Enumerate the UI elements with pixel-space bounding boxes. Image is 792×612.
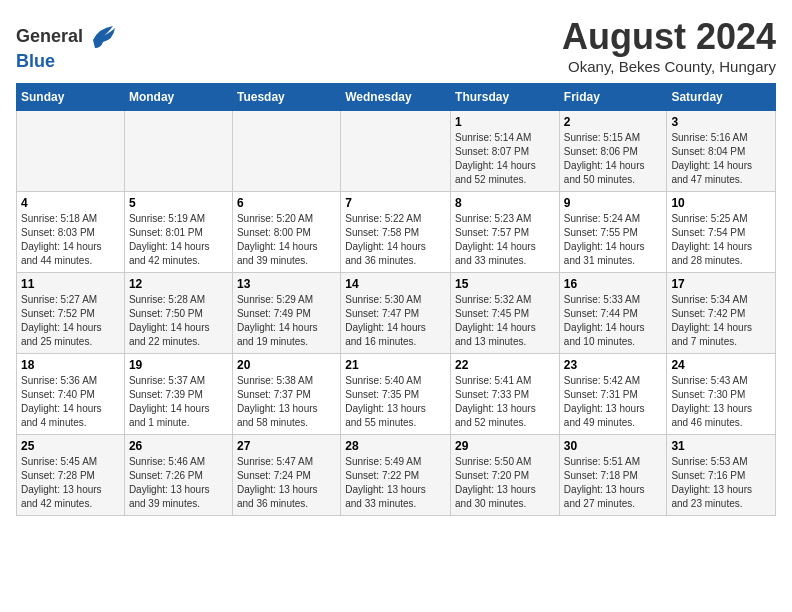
day-number: 10: [671, 196, 771, 210]
calendar-body: 1Sunrise: 5:14 AM Sunset: 8:07 PM Daylig…: [17, 111, 776, 516]
day-header-sunday: Sunday: [17, 84, 125, 111]
day-cell-30: 30Sunrise: 5:51 AM Sunset: 7:18 PM Dayli…: [559, 435, 667, 516]
calendar-table: SundayMondayTuesdayWednesdayThursdayFrid…: [16, 83, 776, 516]
day-cell-26: 26Sunrise: 5:46 AM Sunset: 7:26 PM Dayli…: [124, 435, 232, 516]
day-info: Sunrise: 5:34 AM Sunset: 7:42 PM Dayligh…: [671, 293, 771, 349]
day-info: Sunrise: 5:18 AM Sunset: 8:03 PM Dayligh…: [21, 212, 120, 268]
day-number: 31: [671, 439, 771, 453]
day-number: 18: [21, 358, 120, 372]
day-cell-2: 2Sunrise: 5:15 AM Sunset: 8:06 PM Daylig…: [559, 111, 667, 192]
day-number: 7: [345, 196, 446, 210]
day-number: 3: [671, 115, 771, 129]
day-number: 6: [237, 196, 336, 210]
day-info: Sunrise: 5:46 AM Sunset: 7:26 PM Dayligh…: [129, 455, 228, 511]
header: General Blue August 2024 Okany, Bekes Co…: [16, 16, 776, 75]
day-cell-8: 8Sunrise: 5:23 AM Sunset: 7:57 PM Daylig…: [451, 192, 560, 273]
day-cell-17: 17Sunrise: 5:34 AM Sunset: 7:42 PM Dayli…: [667, 273, 776, 354]
day-cell-1: 1Sunrise: 5:14 AM Sunset: 8:07 PM Daylig…: [451, 111, 560, 192]
day-info: Sunrise: 5:36 AM Sunset: 7:40 PM Dayligh…: [21, 374, 120, 430]
day-info: Sunrise: 5:42 AM Sunset: 7:31 PM Dayligh…: [564, 374, 663, 430]
day-cell-28: 28Sunrise: 5:49 AM Sunset: 7:22 PM Dayli…: [341, 435, 451, 516]
day-cell-4: 4Sunrise: 5:18 AM Sunset: 8:03 PM Daylig…: [17, 192, 125, 273]
week-row-1: 1Sunrise: 5:14 AM Sunset: 8:07 PM Daylig…: [17, 111, 776, 192]
day-number: 2: [564, 115, 663, 129]
week-row-2: 4Sunrise: 5:18 AM Sunset: 8:03 PM Daylig…: [17, 192, 776, 273]
day-cell-14: 14Sunrise: 5:30 AM Sunset: 7:47 PM Dayli…: [341, 273, 451, 354]
day-info: Sunrise: 5:51 AM Sunset: 7:18 PM Dayligh…: [564, 455, 663, 511]
day-number: 28: [345, 439, 446, 453]
day-number: 8: [455, 196, 555, 210]
day-number: 11: [21, 277, 120, 291]
day-info: Sunrise: 5:15 AM Sunset: 8:06 PM Dayligh…: [564, 131, 663, 187]
day-cell-25: 25Sunrise: 5:45 AM Sunset: 7:28 PM Dayli…: [17, 435, 125, 516]
day-cell-21: 21Sunrise: 5:40 AM Sunset: 7:35 PM Dayli…: [341, 354, 451, 435]
day-number: 17: [671, 277, 771, 291]
empty-cell: [17, 111, 125, 192]
day-number: 24: [671, 358, 771, 372]
day-info: Sunrise: 5:23 AM Sunset: 7:57 PM Dayligh…: [455, 212, 555, 268]
day-info: Sunrise: 5:37 AM Sunset: 7:39 PM Dayligh…: [129, 374, 228, 430]
day-cell-10: 10Sunrise: 5:25 AM Sunset: 7:54 PM Dayli…: [667, 192, 776, 273]
day-header-tuesday: Tuesday: [232, 84, 340, 111]
day-number: 29: [455, 439, 555, 453]
day-number: 19: [129, 358, 228, 372]
day-cell-12: 12Sunrise: 5:28 AM Sunset: 7:50 PM Dayli…: [124, 273, 232, 354]
day-info: Sunrise: 5:53 AM Sunset: 7:16 PM Dayligh…: [671, 455, 771, 511]
day-info: Sunrise: 5:19 AM Sunset: 8:01 PM Dayligh…: [129, 212, 228, 268]
logo-bird-icon: [85, 20, 117, 52]
day-number: 15: [455, 277, 555, 291]
day-cell-19: 19Sunrise: 5:37 AM Sunset: 7:39 PM Dayli…: [124, 354, 232, 435]
day-number: 14: [345, 277, 446, 291]
day-info: Sunrise: 5:25 AM Sunset: 7:54 PM Dayligh…: [671, 212, 771, 268]
logo-general: General: [16, 27, 83, 45]
day-number: 16: [564, 277, 663, 291]
day-info: Sunrise: 5:38 AM Sunset: 7:37 PM Dayligh…: [237, 374, 336, 430]
day-info: Sunrise: 5:16 AM Sunset: 8:04 PM Dayligh…: [671, 131, 771, 187]
day-info: Sunrise: 5:24 AM Sunset: 7:55 PM Dayligh…: [564, 212, 663, 268]
day-number: 9: [564, 196, 663, 210]
calendar-header-row: SundayMondayTuesdayWednesdayThursdayFrid…: [17, 84, 776, 111]
day-number: 12: [129, 277, 228, 291]
day-cell-6: 6Sunrise: 5:20 AM Sunset: 8:00 PM Daylig…: [232, 192, 340, 273]
day-header-saturday: Saturday: [667, 84, 776, 111]
day-info: Sunrise: 5:29 AM Sunset: 7:49 PM Dayligh…: [237, 293, 336, 349]
logo-blue: Blue: [16, 51, 55, 71]
day-cell-27: 27Sunrise: 5:47 AM Sunset: 7:24 PM Dayli…: [232, 435, 340, 516]
day-info: Sunrise: 5:33 AM Sunset: 7:44 PM Dayligh…: [564, 293, 663, 349]
day-cell-24: 24Sunrise: 5:43 AM Sunset: 7:30 PM Dayli…: [667, 354, 776, 435]
month-title: August 2024: [562, 16, 776, 58]
day-info: Sunrise: 5:14 AM Sunset: 8:07 PM Dayligh…: [455, 131, 555, 187]
day-cell-18: 18Sunrise: 5:36 AM Sunset: 7:40 PM Dayli…: [17, 354, 125, 435]
day-info: Sunrise: 5:43 AM Sunset: 7:30 PM Dayligh…: [671, 374, 771, 430]
day-info: Sunrise: 5:40 AM Sunset: 7:35 PM Dayligh…: [345, 374, 446, 430]
day-info: Sunrise: 5:22 AM Sunset: 7:58 PM Dayligh…: [345, 212, 446, 268]
day-cell-9: 9Sunrise: 5:24 AM Sunset: 7:55 PM Daylig…: [559, 192, 667, 273]
day-number: 22: [455, 358, 555, 372]
day-info: Sunrise: 5:27 AM Sunset: 7:52 PM Dayligh…: [21, 293, 120, 349]
day-number: 25: [21, 439, 120, 453]
day-number: 23: [564, 358, 663, 372]
day-number: 1: [455, 115, 555, 129]
day-number: 20: [237, 358, 336, 372]
day-header-friday: Friday: [559, 84, 667, 111]
week-row-5: 25Sunrise: 5:45 AM Sunset: 7:28 PM Dayli…: [17, 435, 776, 516]
day-info: Sunrise: 5:32 AM Sunset: 7:45 PM Dayligh…: [455, 293, 555, 349]
day-info: Sunrise: 5:30 AM Sunset: 7:47 PM Dayligh…: [345, 293, 446, 349]
day-number: 13: [237, 277, 336, 291]
day-cell-5: 5Sunrise: 5:19 AM Sunset: 8:01 PM Daylig…: [124, 192, 232, 273]
day-number: 26: [129, 439, 228, 453]
day-number: 4: [21, 196, 120, 210]
week-row-3: 11Sunrise: 5:27 AM Sunset: 7:52 PM Dayli…: [17, 273, 776, 354]
day-info: Sunrise: 5:49 AM Sunset: 7:22 PM Dayligh…: [345, 455, 446, 511]
empty-cell: [341, 111, 451, 192]
day-info: Sunrise: 5:45 AM Sunset: 7:28 PM Dayligh…: [21, 455, 120, 511]
day-info: Sunrise: 5:50 AM Sunset: 7:20 PM Dayligh…: [455, 455, 555, 511]
location-subtitle: Okany, Bekes County, Hungary: [562, 58, 776, 75]
empty-cell: [124, 111, 232, 192]
day-info: Sunrise: 5:47 AM Sunset: 7:24 PM Dayligh…: [237, 455, 336, 511]
day-number: 21: [345, 358, 446, 372]
day-cell-3: 3Sunrise: 5:16 AM Sunset: 8:04 PM Daylig…: [667, 111, 776, 192]
day-cell-7: 7Sunrise: 5:22 AM Sunset: 7:58 PM Daylig…: [341, 192, 451, 273]
week-row-4: 18Sunrise: 5:36 AM Sunset: 7:40 PM Dayli…: [17, 354, 776, 435]
day-cell-23: 23Sunrise: 5:42 AM Sunset: 7:31 PM Dayli…: [559, 354, 667, 435]
